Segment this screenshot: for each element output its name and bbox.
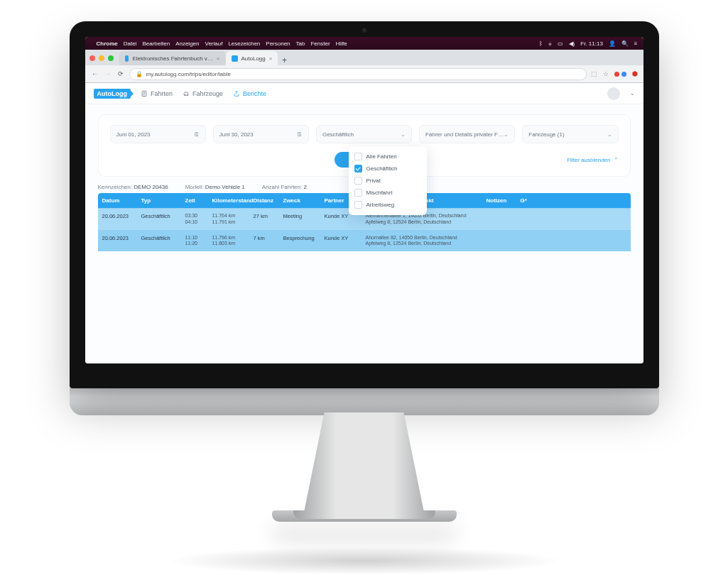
value: Demo Vehicle 1: [205, 184, 245, 190]
menubar-item[interactable]: Personen: [266, 40, 290, 47]
close-tab-icon[interactable]: ×: [269, 55, 273, 62]
cell-zweck: Meeting: [279, 209, 320, 230]
col-datum: Datum: [98, 193, 137, 208]
menubar-item[interactable]: Datei: [124, 40, 137, 47]
menubar-item[interactable]: Tab: [296, 40, 305, 47]
battery-icon[interactable]: ▭: [558, 40, 563, 47]
col-km: Kilometerstand: [208, 193, 249, 208]
nav-vehicles[interactable]: Fahrzeuge: [183, 90, 223, 97]
app-logo[interactable]: AutoLogg: [94, 89, 131, 99]
hide-filter-link[interactable]: Filter ausblenden ⌃: [567, 157, 618, 163]
cell-partner: Kunde XY: [320, 231, 362, 252]
reload-icon[interactable]: ⟳: [116, 70, 125, 77]
favicon-icon: [232, 55, 238, 62]
hide-filter-label: Filter ausblenden: [567, 157, 610, 163]
wifi-icon[interactable]: ⏚: [548, 40, 552, 47]
cell-notizen: [482, 231, 516, 252]
star-icon[interactable]: ☆: [603, 70, 609, 77]
cell-zeit: 11:1011:20: [181, 231, 208, 252]
favicon-icon: [125, 55, 129, 62]
vehicle-value: Fahrzeuge (1): [528, 131, 564, 138]
date-from-value: Juni 01, 2023: [116, 131, 151, 138]
window-minimize-button[interactable]: [99, 55, 104, 61]
chevron-down-icon: ⌄: [607, 131, 612, 138]
browser-tab[interactable]: Elektronisches Fahrtenbuch v… ×: [119, 51, 226, 65]
calendar-icon: 🗓: [297, 131, 303, 138]
type-value: Geschäftlich: [322, 131, 354, 138]
date-to-select[interactable]: Juni 30, 2023 🗓: [213, 125, 309, 143]
menubar-item[interactable]: Bearbeiten: [142, 40, 170, 47]
url-text: my.autologg.com/trips/editor/table: [146, 71, 231, 77]
checkbox-icon[interactable]: [354, 153, 362, 160]
address-bar[interactable]: 🔒 my.autologg.com/trips/editor/table: [129, 68, 587, 80]
col-notizen: Notizen: [482, 193, 516, 208]
menu-icon[interactable]: ≡: [634, 40, 638, 47]
menubar-item[interactable]: Verlauf: [205, 40, 222, 47]
user-icon[interactable]: 👤: [609, 40, 616, 47]
table-row[interactable]: 20.06.2023 Geschäftlich 11:1011:20 11.79…: [98, 230, 631, 252]
new-tab-button[interactable]: +: [278, 55, 290, 65]
cell-g: [516, 209, 631, 230]
cell-az: Ahornallee 82, 14050 Berlin, Deutschland…: [362, 231, 482, 252]
macos-menubar: Chrome Datei Bearbeiten Anzeigen Verlauf…: [85, 37, 643, 50]
filter-card: Juni 01, 2023 🗓 Juni 30, 2023 🗓 Geschäft…: [98, 114, 631, 177]
value: 2: [303, 184, 306, 190]
menubar-clock[interactable]: Fr. 11:13: [580, 40, 603, 47]
nav-label: Berichte: [243, 90, 266, 97]
option-label: Arbeitsweg: [366, 202, 395, 208]
search-icon[interactable]: 🔍: [621, 40, 629, 47]
export-icon: [233, 90, 240, 97]
label: Anzahl Fahrten:: [262, 184, 302, 190]
close-tab-icon[interactable]: ×: [217, 55, 220, 62]
back-icon[interactable]: ←: [91, 70, 99, 77]
app-nav: AutoLogg Fahrten Fahrzeuge Berichte: [85, 83, 643, 104]
document-icon: [141, 90, 148, 97]
avatar[interactable]: [607, 87, 620, 100]
type-option[interactable]: Alle Fahrten: [353, 150, 423, 163]
checkbox-icon[interactable]: [354, 177, 362, 185]
checkbox-icon[interactable]: [354, 165, 362, 172]
extension-icon[interactable]: ⬚: [591, 70, 597, 77]
type-option[interactable]: Privat: [353, 175, 423, 187]
extension-icon[interactable]: [614, 72, 626, 77]
menubar-app[interactable]: Chrome: [97, 40, 118, 47]
type-option[interactable]: Arbeitsweg: [353, 199, 423, 211]
type-option[interactable]: Geschäftlich: [353, 163, 423, 175]
type-select[interactable]: Geschäftlich ⌄: [316, 125, 412, 143]
cell-dist: 27 km: [249, 209, 279, 230]
menubar-item[interactable]: Fenster: [310, 40, 330, 47]
checkbox-icon[interactable]: [354, 201, 362, 209]
imac-camera: [362, 28, 366, 33]
adblock-icon[interactable]: ⬢: [632, 70, 638, 77]
nav-trips[interactable]: Fahrten: [141, 90, 173, 97]
date-from-select[interactable]: Juni 01, 2023 🗓: [110, 125, 206, 143]
forward-icon[interactable]: →: [104, 70, 112, 77]
menubar-item[interactable]: Hilfe: [336, 40, 347, 47]
bluetooth-icon[interactable]: ᛒ: [539, 40, 543, 47]
date-to-value: Juni 30, 2023: [219, 131, 254, 138]
col-dist: Distanz: [249, 193, 279, 208]
svg-point-1: [185, 94, 185, 95]
nav-reports[interactable]: Berichte: [233, 90, 266, 97]
type-dropdown: Alle Fahrten Geschäftlich Privat Mischfa…: [349, 146, 427, 215]
menubar-item[interactable]: Anzeigen: [175, 40, 199, 47]
vehicle-select[interactable]: Fahrzeuge (1) ⌄: [522, 125, 618, 143]
tab-title: Elektronisches Fahrtenbuch v…: [132, 55, 212, 62]
cell-typ: Geschäftlich: [137, 209, 181, 230]
cell-datum: 20.06.2023: [98, 209, 137, 230]
svg-point-2: [187, 94, 188, 95]
window-maximize-button[interactable]: [108, 55, 114, 61]
type-option[interactable]: Mischfahrt: [353, 187, 423, 199]
window-close-button[interactable]: [89, 55, 95, 61]
menubar-item[interactable]: Lesezeichen: [228, 40, 260, 47]
browser-tab-active[interactable]: AutoLogg ×: [226, 51, 278, 65]
checkbox-icon[interactable]: [354, 189, 362, 197]
chevron-up-icon: ⌃: [614, 157, 619, 163]
imac-chin: [70, 388, 659, 415]
volume-icon[interactable]: ◀): [569, 40, 575, 47]
chevron-down-icon[interactable]: ⌄: [630, 90, 635, 97]
driver-select[interactable]: Fahrer und Details privater F… ⌄: [419, 125, 515, 143]
option-label: Mischfahrt: [366, 190, 393, 196]
cell-zeit: 03:3004:10: [181, 209, 208, 230]
cell-datum: 20.06.2023: [98, 231, 137, 252]
